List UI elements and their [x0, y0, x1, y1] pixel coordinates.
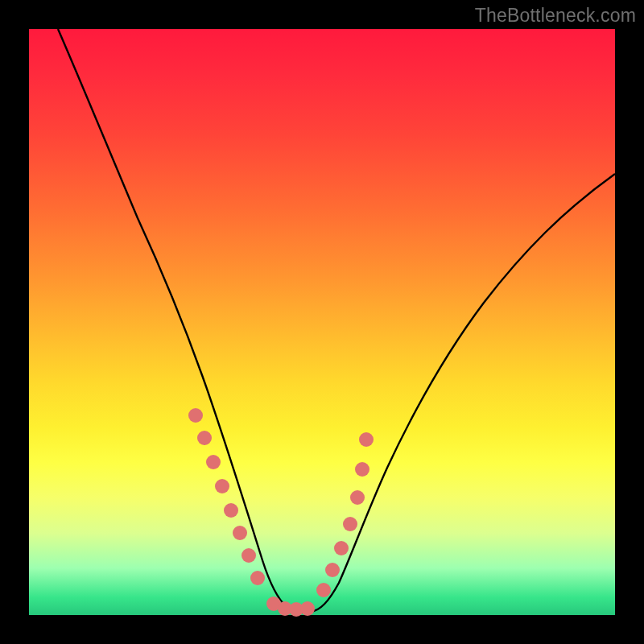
marker-cluster-bottom — [266, 597, 315, 617]
marker-dot — [334, 541, 349, 555]
marker-dot — [188, 408, 203, 423]
marker-dot — [325, 563, 340, 577]
chart-frame: TheBottleneck.com — [0, 0, 644, 644]
marker-dot — [300, 601, 315, 616]
marker-dot — [343, 517, 357, 531]
marker-dot — [242, 548, 256, 563]
marker-dot — [355, 462, 369, 477]
marker-cluster-left — [188, 408, 265, 585]
marker-dot — [316, 583, 331, 597]
curve-layer — [29, 29, 615, 615]
marker-dot — [206, 455, 221, 469]
watermark-text: TheBottleneck.com — [475, 5, 636, 27]
plot-area — [29, 29, 615, 615]
bottleneck-curve — [58, 29, 615, 613]
marker-dot — [224, 503, 238, 518]
marker-dot — [197, 431, 212, 445]
marker-dot — [250, 571, 265, 585]
marker-dot — [215, 479, 229, 493]
marker-cluster-right — [316, 432, 374, 597]
marker-dot — [233, 526, 247, 540]
marker-dot — [359, 432, 374, 447]
marker-dot — [350, 490, 365, 505]
